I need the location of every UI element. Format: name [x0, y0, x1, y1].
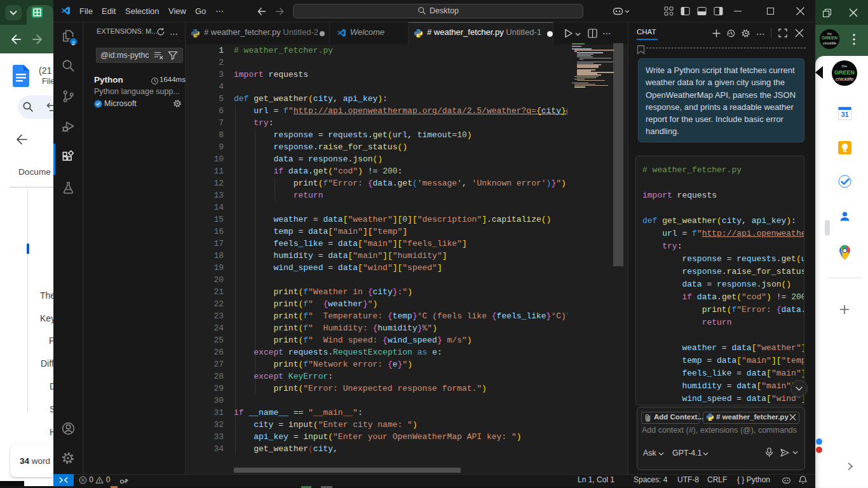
svg-text:31: 31 — [841, 111, 848, 118]
